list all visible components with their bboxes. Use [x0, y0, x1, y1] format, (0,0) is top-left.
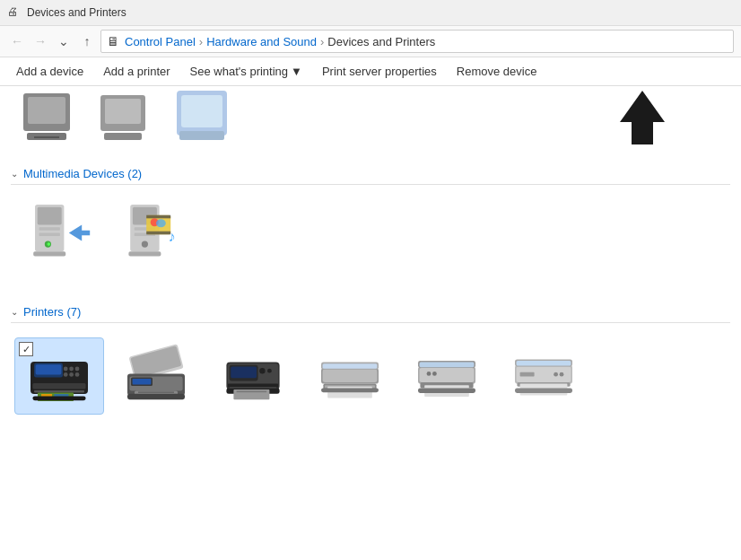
- multimedia-device-1[interactable]: [14, 199, 104, 275]
- multimedia-chevron[interactable]: ⌄: [11, 169, 18, 179]
- address-bar: ← → ⌄ ↑ 🖥 Control Panel › Hardware and S…: [0, 26, 741, 57]
- svg-rect-73: [321, 388, 379, 392]
- partial-device-row: [0, 86, 741, 158]
- svg-point-88: [554, 372, 558, 377]
- toolbar: Add a device Add a printer See what's pr…: [0, 57, 741, 86]
- breadcrumb-control-panel[interactable]: Control Panel: [125, 35, 196, 48]
- svg-marker-10: [620, 91, 665, 144]
- add-printer-button[interactable]: Add a printer: [94, 61, 179, 82]
- svg-rect-61: [228, 384, 278, 388]
- svg-point-89: [560, 372, 564, 377]
- printer-1[interactable]: ✓: [14, 337, 104, 415]
- see-whats-printing-button[interactable]: See what's printing ▼: [181, 61, 311, 82]
- svg-rect-24: [128, 251, 161, 256]
- svg-point-35: [69, 367, 74, 372]
- title-bar: 🖨 Devices and Printers: [0, 0, 741, 26]
- partial-device-1[interactable]: [11, 86, 83, 158]
- title-bar-icon: 🖨: [7, 5, 22, 20]
- svg-rect-54: [127, 394, 185, 399]
- breadcrumb-hardware-sound[interactable]: Hardware and Sound: [206, 35, 317, 48]
- svg-point-14: [48, 242, 51, 246]
- title-bar-text: Devices and Printers: [27, 6, 126, 19]
- printer-6[interactable]: [499, 337, 588, 415]
- svg-point-29: [156, 219, 166, 227]
- svg-rect-67: [323, 370, 378, 382]
- printer-5-icon: [414, 343, 479, 407]
- svg-rect-92: [515, 388, 572, 393]
- svg-rect-26: [146, 215, 170, 219]
- printer-2[interactable]: [111, 337, 201, 415]
- svg-point-34: [64, 367, 68, 372]
- printer-6-icon: [511, 343, 576, 407]
- svg-rect-5: [105, 99, 141, 124]
- printer-1-icon: [27, 344, 92, 408]
- partial-device-2[interactable]: [90, 86, 161, 158]
- svg-point-60: [267, 369, 272, 373]
- multimedia-devices-header: ⌄ Multimedia Devices (2): [11, 163, 730, 185]
- printer-1-check: ✓: [19, 342, 33, 356]
- svg-rect-16: [39, 233, 60, 237]
- printer-3[interactable]: [208, 337, 298, 415]
- svg-point-78: [427, 372, 432, 376]
- partial-device-3[interactable]: [169, 86, 240, 158]
- content-area: ⌄ Multimedia Devices (2): [0, 86, 741, 560]
- multimedia-device-2[interactable]: ♪: [111, 199, 201, 275]
- svg-rect-65: [237, 391, 267, 393]
- svg-rect-6: [104, 133, 142, 140]
- multimedia-device-grid: ♪: [11, 192, 730, 282]
- printer-4-icon: [318, 343, 382, 407]
- svg-rect-69: [323, 363, 378, 369]
- svg-point-37: [64, 372, 68, 377]
- svg-rect-86: [517, 361, 571, 366]
- svg-rect-87: [520, 372, 535, 377]
- svg-rect-15: [39, 227, 60, 231]
- svg-marker-18: [69, 225, 90, 241]
- up-button[interactable]: ↑: [77, 31, 97, 51]
- svg-point-36: [75, 367, 80, 372]
- svg-rect-1: [28, 97, 65, 124]
- printers-header: ⌄ Printers (7): [11, 302, 730, 323]
- breadcrumb: 🖥 Control Panel › Hardware and Sound › D…: [100, 30, 734, 53]
- add-device-button[interactable]: Add a device: [7, 61, 92, 82]
- multimedia-devices-section: ⌄ Multimedia Devices (2): [0, 158, 741, 287]
- svg-point-79: [432, 372, 437, 376]
- printer-4[interactable]: [305, 337, 395, 415]
- svg-rect-45: [32, 396, 85, 400]
- svg-point-59: [259, 368, 265, 373]
- printer-3-icon: [221, 343, 285, 407]
- svg-rect-40: [32, 383, 85, 389]
- print-server-properties-button[interactable]: Print server properties: [313, 61, 446, 82]
- forward-button[interactable]: →: [31, 31, 50, 51]
- svg-rect-33: [36, 364, 62, 374]
- svg-rect-12: [38, 207, 62, 225]
- svg-rect-3: [34, 136, 59, 138]
- breadcrumb-devices-printers: Devices and Printers: [327, 35, 435, 48]
- svg-rect-77: [420, 363, 475, 368]
- svg-rect-17: [33, 251, 65, 256]
- svg-rect-41: [34, 390, 84, 392]
- remove-device-button[interactable]: Remove device: [448, 61, 546, 82]
- svg-rect-82: [418, 388, 475, 393]
- printers-title[interactable]: Printers (7): [23, 305, 81, 319]
- svg-rect-58: [231, 366, 257, 378]
- svg-rect-9: [179, 131, 224, 140]
- svg-rect-27: [146, 232, 170, 235]
- spacer: [0, 287, 741, 296]
- printer-5[interactable]: [402, 337, 492, 415]
- svg-point-21: [142, 241, 148, 248]
- multimedia-device-1-icon: [27, 205, 92, 269]
- svg-rect-51: [133, 379, 152, 384]
- folder-icon: 🖥: [107, 34, 119, 48]
- breadcrumb-sep-1: ›: [199, 35, 203, 48]
- svg-point-38: [69, 372, 74, 377]
- svg-text:♪: ♪: [169, 229, 176, 245]
- printer-2-icon: [124, 343, 188, 407]
- printers-chevron[interactable]: ⌄: [11, 307, 18, 317]
- svg-rect-8: [181, 95, 222, 127]
- printers-section: ⌄ Printers (7) ✓: [0, 296, 741, 427]
- recent-locations-button[interactable]: ⌄: [54, 31, 74, 51]
- svg-rect-53: [138, 391, 174, 393]
- multimedia-devices-title[interactable]: Multimedia Devices (2): [23, 167, 142, 180]
- back-button[interactable]: ←: [7, 31, 27, 51]
- breadcrumb-sep-2: ›: [320, 35, 324, 48]
